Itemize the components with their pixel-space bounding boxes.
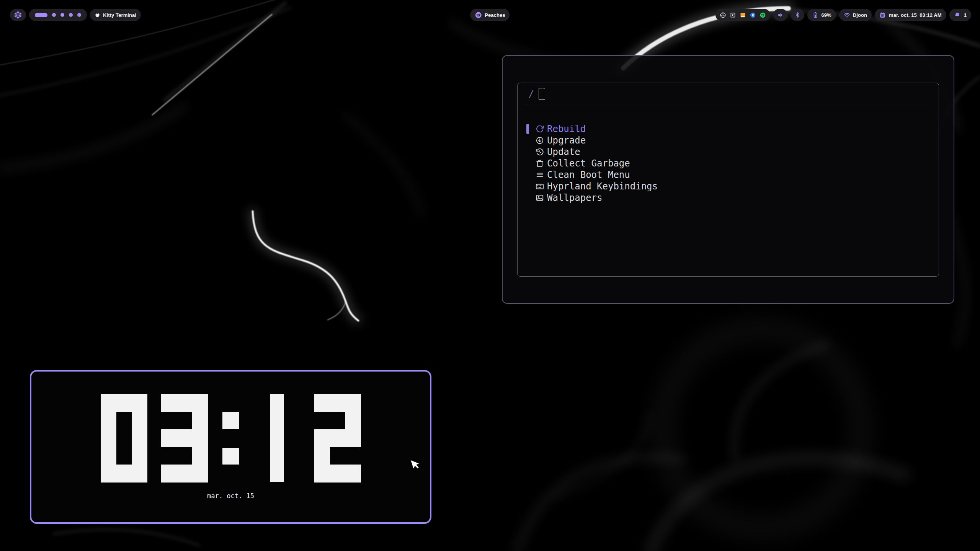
wifi-icon bbox=[844, 12, 850, 18]
spotify-icon bbox=[475, 11, 482, 19]
list-icon bbox=[536, 171, 544, 179]
notification-count: 1 bbox=[964, 12, 967, 18]
circle-arrow-down-icon bbox=[536, 136, 544, 145]
launcher-window: / RebuildUpgradeUpdateCollect GarbageCle… bbox=[502, 55, 954, 304]
clock-pill[interactable]: mar. oct. 15 03:12 AM bbox=[875, 9, 946, 21]
launcher-item-update[interactable]: Update bbox=[518, 146, 939, 158]
wifi-ssid: Djoon bbox=[853, 12, 867, 18]
now-playing-pill[interactable]: Peaches bbox=[470, 9, 510, 21]
launcher-item-collect-garbage[interactable]: Collect Garbage bbox=[518, 158, 939, 169]
selection-indicator bbox=[526, 124, 529, 134]
battery-pill[interactable]: 69% bbox=[807, 9, 836, 21]
datetime-text: mar. oct. 15 03:12 AM bbox=[889, 12, 942, 18]
trash-icon bbox=[536, 159, 544, 168]
files-tray-icon[interactable] bbox=[740, 12, 746, 18]
active-window-pill[interactable]: Kitty Terminal bbox=[90, 9, 141, 21]
launcher-list: RebuildUpgradeUpdateCollect GarbageClean… bbox=[518, 123, 939, 204]
launcher-item-clean-boot-menu[interactable]: Clean Boot Menu bbox=[518, 169, 939, 181]
clock-time bbox=[101, 394, 361, 482]
now-playing-title: Peaches bbox=[485, 12, 505, 18]
workspaces-pill bbox=[29, 9, 87, 21]
launcher-item-label: Upgrade bbox=[547, 135, 586, 146]
clock-digit bbox=[314, 394, 361, 482]
workspace-dot[interactable] bbox=[52, 13, 56, 17]
desktop: { "colors": { "accent": "#a78bfa", "laun… bbox=[0, 0, 980, 551]
launcher-item-hyprland-keybindings[interactable]: Hyprland Keybindings bbox=[518, 181, 939, 192]
bluetooth-tray-icon[interactable] bbox=[750, 12, 756, 18]
bluetooth-button[interactable] bbox=[791, 9, 804, 21]
workspace-indicator-active[interactable] bbox=[35, 13, 47, 17]
launcher-item-label: Rebuild bbox=[547, 124, 586, 134]
launcher-item-label: Collect Garbage bbox=[547, 158, 630, 169]
active-window-title: Kitty Terminal bbox=[103, 12, 136, 18]
notifications-pill[interactable]: 1 bbox=[949, 9, 971, 21]
speaker-icon bbox=[777, 12, 784, 18]
launcher-item-label: Hyprland Keybindings bbox=[547, 181, 658, 192]
workspace-dot[interactable] bbox=[69, 13, 73, 17]
bell-icon bbox=[954, 12, 960, 18]
rotate-cw-icon bbox=[536, 125, 544, 133]
clock-refresh-icon bbox=[536, 148, 544, 156]
clock-date: mar. oct. 15 bbox=[31, 492, 430, 500]
launcher-search[interactable]: / bbox=[518, 83, 939, 105]
search-separator bbox=[525, 105, 931, 105]
launcher-item-label: Clean Boot Menu bbox=[547, 170, 630, 180]
keepass-tray-icon[interactable] bbox=[730, 12, 736, 18]
top-bar-center: Peaches bbox=[470, 9, 510, 21]
spotify-tray-icon[interactable] bbox=[760, 12, 766, 18]
nixos-menu-button[interactable] bbox=[10, 9, 26, 21]
volume-button[interactable] bbox=[773, 9, 787, 21]
top-bar-left: Kitty Terminal bbox=[10, 9, 141, 21]
mouse-cursor bbox=[409, 459, 421, 474]
launcher-item-label: Wallpapers bbox=[547, 192, 603, 203]
clock-widget: mar. oct. 15 bbox=[30, 370, 431, 524]
battery-percent: 69% bbox=[821, 12, 831, 18]
keyboard-icon bbox=[536, 182, 544, 191]
launcher-item-wallpapers[interactable]: Wallpapers bbox=[518, 192, 939, 204]
battery-icon bbox=[812, 11, 819, 18]
workspace-dot[interactable] bbox=[60, 13, 64, 17]
text-cursor bbox=[539, 88, 545, 100]
launcher-item-rebuild[interactable]: Rebuild bbox=[518, 123, 939, 135]
clock-digit bbox=[161, 394, 208, 482]
workspace-dot[interactable] bbox=[77, 13, 81, 17]
search-prompt: / bbox=[528, 88, 534, 99]
system-tray bbox=[715, 9, 770, 21]
launcher-item-label: Update bbox=[547, 147, 580, 157]
network-pill[interactable]: Djoon bbox=[839, 9, 872, 21]
bluetooth-icon bbox=[794, 12, 800, 18]
obs-tray-icon[interactable] bbox=[720, 12, 726, 18]
launcher-panel: / RebuildUpgradeUpdateCollect GarbageCle… bbox=[517, 83, 939, 277]
clock-digit bbox=[254, 394, 301, 482]
cat-icon bbox=[95, 12, 100, 18]
clock-digit bbox=[101, 394, 147, 482]
top-bar: Kitty Terminal Peaches bbox=[0, 9, 980, 21]
launcher-item-upgrade[interactable]: Upgrade bbox=[518, 135, 939, 146]
image-icon bbox=[536, 194, 544, 202]
clock-colon bbox=[222, 394, 240, 482]
nix-snowflake-icon bbox=[14, 11, 22, 19]
top-bar-right: 69% Djoon bbox=[715, 9, 971, 21]
calendar-icon bbox=[879, 12, 886, 18]
